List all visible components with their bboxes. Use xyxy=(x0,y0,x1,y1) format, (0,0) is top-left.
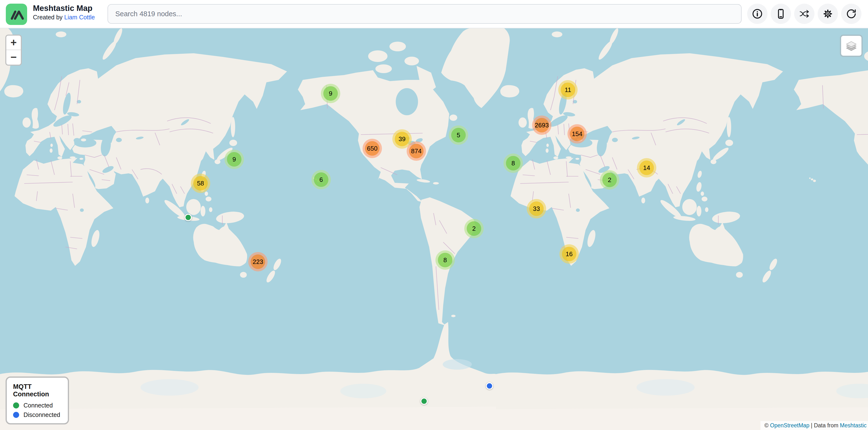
search-input[interactable] xyxy=(107,4,742,24)
cluster-count: 16 xyxy=(562,247,577,261)
cluster-marker[interactable]: 8 xyxy=(503,154,523,173)
shuffle-icon xyxy=(799,8,810,20)
cluster-count: 33 xyxy=(529,201,544,216)
cluster-marker[interactable]: 223 xyxy=(248,252,268,271)
meshtastic-logo[interactable] xyxy=(6,4,27,25)
cluster-marker[interactable]: 9 xyxy=(321,84,340,103)
cluster-count: 154 xyxy=(570,127,584,141)
node-marker-connected[interactable] xyxy=(421,398,428,405)
mobile-app-button[interactable] xyxy=(771,4,791,24)
app-header: Meshtastic Map Created by Liam Cottle xyxy=(0,0,868,28)
brand-block: Meshtastic Map Created by Liam Cottle xyxy=(33,3,95,21)
cluster-count: 9 xyxy=(227,152,242,167)
map-canvas[interactable]: 939650874511269315482143316289586223 + −… xyxy=(0,28,868,430)
legend-label: Disconnected xyxy=(24,411,60,418)
legend-item: Connected xyxy=(13,402,62,409)
cluster-count: 2 xyxy=(467,221,481,236)
node-marker-disconnected[interactable] xyxy=(486,382,493,390)
legend-item: Disconnected xyxy=(13,411,62,418)
zoom-in-button[interactable]: + xyxy=(6,36,21,50)
cluster-marker[interactable]: 6 xyxy=(311,170,331,189)
cluster-marker[interactable]: 9 xyxy=(224,150,244,169)
cluster-count: 650 xyxy=(365,141,379,156)
cluster-marker[interactable]: 14 xyxy=(637,158,656,177)
byline: Created by Liam Cottle xyxy=(33,13,95,21)
cluster-marker[interactable]: 154 xyxy=(567,124,587,143)
attribution-prefix: © xyxy=(764,422,770,429)
mobile-phone-icon xyxy=(775,8,786,20)
zoom-out-button[interactable]: − xyxy=(6,50,21,65)
legend-rows: ConnectedDisconnected xyxy=(13,402,62,418)
settings-button[interactable] xyxy=(817,4,838,24)
cluster-marker[interactable]: 16 xyxy=(559,244,579,264)
author-link[interactable]: Liam Cottle xyxy=(64,14,95,21)
refresh-icon xyxy=(846,8,857,20)
zoom-control: + − xyxy=(5,35,22,66)
legend-status-dot xyxy=(13,412,19,418)
cluster-marker[interactable]: 58 xyxy=(191,174,210,193)
cluster-marker[interactable]: 650 xyxy=(363,139,382,158)
cluster-count: 9 xyxy=(323,86,338,101)
cluster-marker[interactable]: 2 xyxy=(464,219,484,238)
cluster-marker[interactable]: 2693 xyxy=(532,115,552,135)
cluster-marker[interactable]: 11 xyxy=(558,80,578,100)
layers-icon xyxy=(844,38,859,53)
info-icon xyxy=(752,8,763,20)
world-map xyxy=(0,28,868,430)
info-button[interactable] xyxy=(747,4,768,24)
cluster-count: 223 xyxy=(251,255,265,269)
cluster-count: 8 xyxy=(506,156,521,170)
map-attribution: © OpenStreetMap | Data from Meshtastic xyxy=(761,421,868,430)
meshtastic-logo-glyph xyxy=(6,4,27,25)
byline-prefix: Created by xyxy=(33,14,64,21)
legend-title: MQTT Connection xyxy=(13,383,62,398)
cluster-count: 11 xyxy=(561,82,575,97)
cluster-count: 39 xyxy=(395,132,409,146)
mqtt-legend: MQTT Connection ConnectedDisconnected xyxy=(6,376,69,424)
cluster-marker[interactable]: 5 xyxy=(449,125,468,145)
cluster-count: 6 xyxy=(314,172,329,187)
page-title: Meshtastic Map xyxy=(33,3,95,13)
cluster-count: 874 xyxy=(409,144,424,158)
cluster-count: 58 xyxy=(193,176,208,191)
cluster-count: 5 xyxy=(451,128,466,142)
random-node-button[interactable] xyxy=(794,4,814,24)
cluster-count: 2693 xyxy=(534,118,549,132)
cluster-count: 8 xyxy=(438,253,453,267)
cluster-count: 2 xyxy=(602,173,617,187)
cluster-marker[interactable]: 2 xyxy=(600,170,619,190)
attribution-separator: | Data from xyxy=(809,422,840,429)
refresh-button[interactable] xyxy=(841,4,862,24)
cluster-count: 14 xyxy=(640,161,654,175)
node-marker-connected[interactable] xyxy=(185,214,192,221)
legend-status-dot xyxy=(13,402,19,408)
cluster-marker[interactable]: 874 xyxy=(407,141,426,161)
legend-label: Connected xyxy=(24,402,53,409)
meshtastic-link[interactable]: Meshtastic xyxy=(840,422,867,429)
gear-icon xyxy=(822,8,834,20)
layers-control[interactable] xyxy=(840,35,863,57)
cluster-marker[interactable]: 8 xyxy=(435,250,455,270)
osm-link[interactable]: OpenStreetMap xyxy=(770,422,809,429)
cluster-marker[interactable]: 33 xyxy=(527,199,546,219)
